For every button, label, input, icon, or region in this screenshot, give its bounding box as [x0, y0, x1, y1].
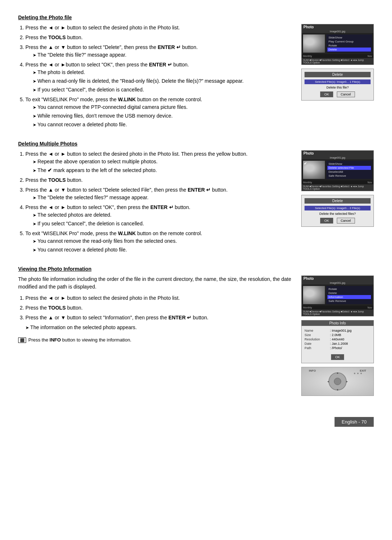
delete-question-1: Delete this file? [305, 86, 371, 89]
section-view-info: Viewing the Photo Information The photo … [18, 266, 374, 396]
nav-label-3: Nov [368, 306, 372, 309]
text-content-view-info: The photo file information including the… [18, 275, 294, 343]
info-row-size: Size : 2.0MB [305, 333, 371, 337]
screen-photo-menu-3: Photo Image001.jpg Rotate Delete Informa… [301, 275, 374, 316]
screenshots-delete-multiple: Photo Image001.jpg ✔ SlideShow Delete se… [301, 150, 374, 227]
step-1-view-info: Press the ◄ or ► button to select the de… [25, 294, 294, 302]
preference-label-1: Monthly [303, 55, 312, 57]
step-3-delete-multiple: Press the ▲ or ▼ button to select "Delet… [25, 186, 294, 201]
step-1-delete-photo: Press the ◄ or ► button to select the de… [25, 24, 294, 32]
menu-rotate-1: Rotate [327, 44, 371, 48]
cancel-button-2[interactable]: Cancel [337, 218, 355, 224]
step-5-delete-photo: To exit "WISELINK Pro" mode, press the W… [25, 96, 294, 128]
info-row-name: Name : Image001.jpg [305, 329, 371, 332]
preference-label-2: Monthly [303, 181, 312, 184]
sheep-image-3 [303, 286, 325, 304]
substep-4-2-multiple: If you select "Cancel", the deletion is … [33, 220, 294, 228]
screen-meta-1: Monthly Nov [302, 54, 373, 58]
note-icon: ⬛ [18, 338, 26, 343]
ok-button-1[interactable]: OK [320, 91, 333, 97]
substep-1-1-multiple: Repeat the above operation to select mul… [33, 158, 294, 165]
delete-title-1: Delete [305, 72, 371, 77]
screen-footer-2: SUM ■Device ■Favorites Setting ■Select ◄… [302, 184, 373, 191]
screen-footer-1: SUM ■Device ■Favorites Setting ■Select ◄… [302, 58, 373, 65]
step-2-delete-photo: Press the TOOLS button. [25, 34, 294, 41]
info-label-path: Path [305, 346, 330, 350]
info-label-date: Date [305, 342, 330, 345]
steps-list-delete-multiple: Press the ◄ or ► button to select the de… [18, 150, 294, 254]
screen-header-2: Photo [302, 151, 373, 156]
cancel-button-1[interactable]: Cancel [337, 91, 355, 97]
text-content-delete-photo: Press the ◄ or ► button to select the de… [18, 24, 294, 131]
substep-4-2-delete: When a read-only file is deleted, the "R… [33, 77, 294, 85]
screen-menu-2: SlideShow Delete selected File DeselectA… [326, 161, 372, 179]
section-delete-multiple: Deleting Multiple Photos Press the ◄ or … [18, 141, 374, 256]
menu-information-3: Information [327, 295, 371, 299]
screen-body-1: SlideShow Play Current Group Rotate Dele… [302, 33, 373, 54]
substep-5-3-delete: You cannot recover a deleted photo file. [33, 121, 294, 128]
section-intro: The photo file information including the… [18, 275, 294, 291]
screen-image-name-2: Image001.jpg [302, 156, 373, 159]
delete-title-2: Delete [305, 198, 371, 204]
screen-body-2: ✔ SlideShow Delete selected File Deselec… [302, 159, 373, 180]
section-delete-photo: Deleting the Photo file Press the ◄ or ►… [18, 15, 374, 131]
menu-deselectall-2: DeselectAll [327, 170, 371, 174]
info-value-name: : Image001.jpg [330, 329, 352, 332]
nav-label-1: Nov [368, 55, 372, 57]
info-remote-label: INFO [309, 369, 316, 372]
substep-4-1-delete: The photo is deleted. [33, 69, 294, 76]
menu-slideshow-1: SlideShow [327, 36, 371, 40]
section-content-view-info: The photo file information including the… [18, 275, 374, 396]
section-title-delete-multiple: Deleting Multiple Photos [18, 141, 374, 147]
menu-delete-3: Delete [327, 291, 371, 295]
exit-remote-label: EXIT [360, 369, 366, 372]
sheep-image-1 [303, 34, 325, 53]
note-text: Press the INFO button to viewing the inf… [28, 337, 131, 343]
substep-1-2-multiple: The ✔ mark appears to the left of the se… [33, 167, 294, 174]
photo-info-dialog: Photo Info Name : Image001.jpg Size : 2.… [301, 320, 374, 363]
step-3-view-info: Press the ▲ or ▼ button to select "Infor… [25, 314, 294, 322]
info-row-path: Path : /Photo/ [305, 346, 371, 350]
thumbnail-1 [303, 34, 325, 53]
footer-text-2: SUM ■Device ■Favorites Setting ■Select ◄… [303, 185, 372, 190]
step-4-delete-multiple: Press the ◄ or ► button to select "OK", … [25, 204, 294, 228]
info-label-size: Size [305, 333, 330, 337]
footer-text-3: SUM ■Device ■Favorites Setting ■Select ◄… [303, 310, 372, 315]
substep-5-2-delete: While removing files, don't remove the U… [33, 112, 294, 120]
page-footer: English - 70 [334, 417, 374, 427]
info-label-name: Name [305, 329, 330, 332]
substep-5-1-delete: You cannot remove the PTP-connected digi… [33, 103, 294, 111]
screen-meta-2: Monthly Nov [302, 180, 373, 184]
delete-dialog-2: Delete Selected File(s): Image0... 2 Fil… [301, 195, 374, 227]
substep-5-1-multiple: You cannot remove the read-only files fr… [33, 237, 294, 245]
screenshots-view-info: Photo Image001.jpg Rotate Delete Informa… [301, 275, 374, 396]
info-value-path: : /Photo/ [330, 346, 342, 350]
remote-visual: INFO EXIT ▲ ▼ ◄ ► [302, 367, 373, 396]
menu-saferemove-3: Safe Remove [327, 299, 371, 303]
section-title-view-info: Viewing the Photo Information [18, 266, 374, 272]
substep-end-view-info: The information on the selected photo ap… [25, 324, 294, 331]
screen-menu-3: Rotate Delete Information Safe Remove [326, 286, 372, 304]
delete-buttons-2: OK Cancel [305, 218, 371, 224]
info-row-date: Date : Jan.1.2008 [305, 342, 371, 345]
menu-deletesel-2: Delete selected File [327, 166, 371, 170]
menu-saferemove-2: Safe Remove [327, 174, 371, 178]
screen-header-1: Photo [302, 24, 373, 30]
section-content-delete-photo: Press the ◄ or ► button to select the de… [18, 24, 374, 131]
delete-info-2: Selected File(s): Image0... 2 File(s) [305, 206, 371, 210]
photo-info-title: Photo Info [302, 320, 373, 326]
menu-rotate-3: Rotate [327, 287, 371, 291]
ok-button-2[interactable]: OK [320, 218, 333, 224]
section-content-delete-multiple: Press the ◄ or ► button to select the de… [18, 150, 374, 256]
screen-footer-3: SUM ■Device ■Favorites Setting ■Select ◄… [302, 310, 373, 316]
photo-info-ok-button[interactable]: OK [331, 354, 344, 360]
nav-label-2: Nov [368, 181, 372, 184]
screen-image-name-1: Image001.jpg [302, 30, 373, 33]
step-4-delete-photo: Press the ◄ or ►button to select "OK", t… [25, 61, 294, 94]
thumbnail-2: ✔ [303, 161, 325, 179]
screenshots-delete-photo: Photo Image001.jpg SlideShow Play Curren… [301, 24, 374, 101]
screen-photo-menu-2: Photo Image001.jpg ✔ SlideShow Delete se… [301, 150, 374, 191]
screen-image-name-3: Image001.jpg [302, 281, 373, 285]
substep-5-2-multiple: You cannot recover a deleted photo file. [33, 246, 294, 254]
screen-header-3: Photo [302, 276, 373, 281]
